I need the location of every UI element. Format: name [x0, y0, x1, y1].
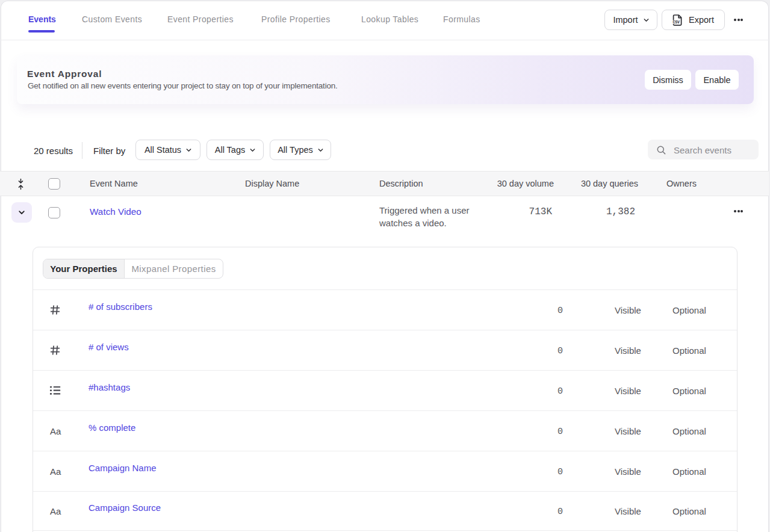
svg-text:CSV: CSV — [672, 20, 680, 25]
